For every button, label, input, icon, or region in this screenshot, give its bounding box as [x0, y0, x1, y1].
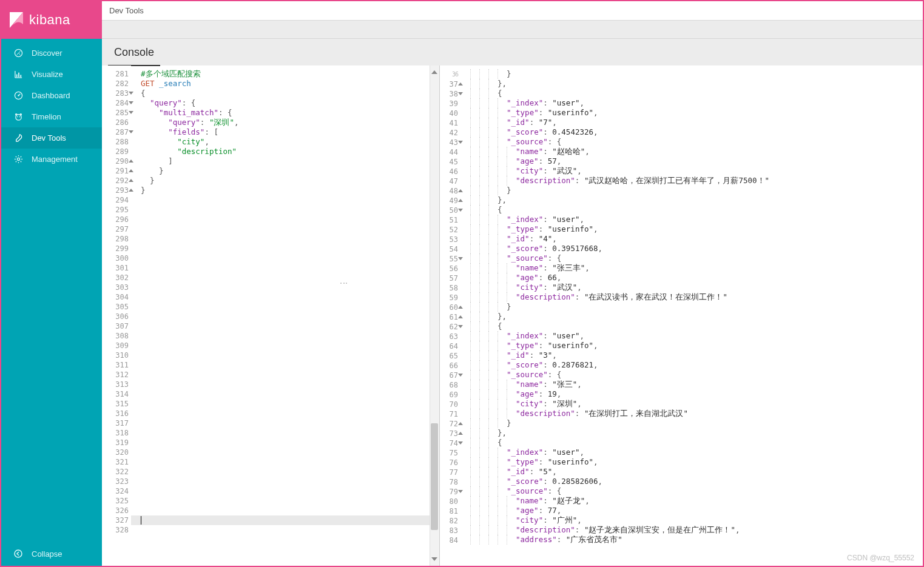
drag-handle-icon: ⋮: [339, 279, 349, 289]
svg-point-9: [16, 116, 18, 118]
sidebar-item-label: Dashboard: [32, 91, 70, 100]
sidebar-item-label: Dev Tools: [32, 133, 66, 143]
brand-logo[interactable]: kibana: [1, 1, 102, 39]
sidebar-item-visualize[interactable]: Visualize: [1, 64, 102, 85]
response-gutter: 3637383940414243444546474849505152535455…: [440, 65, 462, 566]
scrollbar-thumb[interactable]: [431, 423, 438, 530]
sidebar: kibana DiscoverVisualizeDashboardTimelio…: [1, 1, 102, 566]
svg-rect-1: [16, 75, 17, 78]
tab-console[interactable]: Console: [108, 41, 160, 66]
toolbar: [102, 21, 923, 39]
response-code[interactable]: }},{"_index": "user","_type": "userinfo"…: [462, 65, 923, 566]
sidebar-collapse-label: Collapse: [32, 549, 62, 559]
pane-splitter[interactable]: ⋮: [339, 1, 349, 566]
sidebar-item-label: Management: [32, 155, 78, 164]
sidebar-item-timelion[interactable]: Timelion: [1, 106, 102, 127]
editor-gutter: 2812822832842852862872882892902912922932…: [102, 65, 131, 566]
compass-icon: [12, 49, 24, 58]
watermark: CSDN @wzq_55552: [847, 554, 914, 562]
workspace: 2812822832842852862872882892902912922932…: [102, 65, 923, 566]
sidebar-item-label: Timelion: [32, 112, 61, 121]
svg-rect-2: [18, 73, 19, 78]
gear-icon: [12, 155, 24, 164]
editor-pane: 2812822832842852862872882892902912922932…: [102, 65, 440, 566]
scroll-down-icon[interactable]: [431, 557, 437, 563]
gauge-icon: [12, 91, 24, 100]
sidebar-item-dashboard[interactable]: Dashboard: [1, 85, 102, 106]
bar-chart-icon: [12, 70, 24, 79]
svg-point-10: [19, 116, 20, 118]
editor-code[interactable]: #多个域匹配搜索GET _search{ "query": { "multi_m…: [131, 65, 439, 566]
scroll-up-icon[interactable]: [431, 68, 437, 74]
svg-point-11: [17, 158, 19, 160]
wrench-icon: [12, 133, 24, 143]
svg-point-5: [18, 95, 19, 96]
sidebar-collapse-button[interactable]: Collapse: [1, 542, 102, 566]
tabs: Console: [102, 39, 923, 65]
response-pane: 3637383940414243444546474849505152535455…: [440, 65, 923, 566]
main: Dev Tools Console 2812822832842852862872…: [102, 1, 923, 566]
svg-rect-3: [20, 75, 21, 77]
kibana-logo-icon: [10, 12, 23, 28]
svg-point-12: [15, 550, 22, 557]
sidebar-item-dev-tools[interactable]: Dev Tools: [1, 127, 102, 149]
collapse-icon: [12, 549, 24, 558]
editor-scrollbar[interactable]: [430, 65, 439, 566]
brand-name: kibana: [29, 12, 70, 28]
sidebar-item-label: Visualize: [32, 70, 63, 79]
sidebar-nav: DiscoverVisualizeDashboardTimelionDev To…: [1, 39, 102, 170]
bear-icon: [12, 112, 24, 121]
sidebar-item-management[interactable]: Management: [1, 149, 102, 170]
sidebar-item-label: Discover: [32, 49, 62, 58]
breadcrumb: Dev Tools: [102, 1, 923, 21]
sidebar-item-discover[interactable]: Discover: [1, 42, 102, 64]
svg-point-8: [15, 115, 21, 120]
